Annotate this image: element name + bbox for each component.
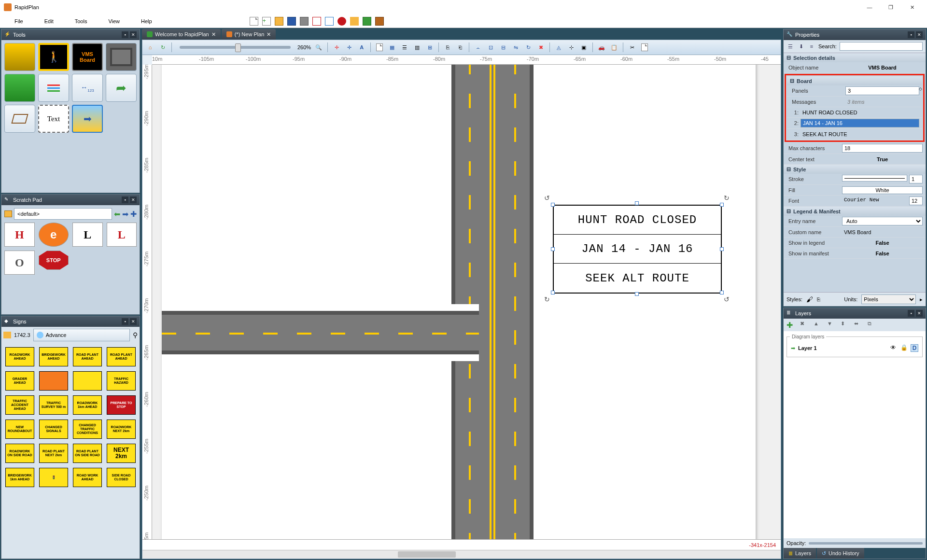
units-select[interactable]: Pixels (861, 294, 916, 304)
show-legend-value[interactable]: False (842, 240, 923, 246)
search-input[interactable] (840, 42, 923, 51)
sign-item[interactable]: ROAD PLANT AHEAD (73, 347, 102, 366)
new-icon[interactable] (250, 17, 258, 26)
vms-board-object[interactable]: HUNT ROAD CLOSED JAN 14 - JAN 16 SEEK AL… (553, 205, 722, 294)
scratch-add-button[interactable]: ✚ (130, 210, 137, 219)
panel-pin-button[interactable]: ▪ (122, 318, 128, 325)
sign-item[interactable]: 🚦 (39, 468, 68, 487)
sign-item[interactable]: NEXT 2km (107, 444, 136, 463)
layer-down-button[interactable]: ▼ (827, 321, 836, 329)
tool-dimension[interactable]: ↔123 (72, 74, 103, 102)
flip-button[interactable]: ⇋ (511, 42, 520, 52)
tab-newplan[interactable]: (*) New Plan✕ (222, 29, 276, 40)
stroke-preview[interactable] (842, 175, 907, 182)
group-button[interactable]: ⊡ (486, 42, 495, 52)
panel-close-button[interactable]: ✕ (130, 196, 137, 203)
selection-handle[interactable] (551, 247, 555, 251)
wizard-icon[interactable] (350, 17, 359, 26)
sign-item[interactable]: TRAFFIC HAZARD (107, 371, 136, 391)
sign-item[interactable]: BRIDGEWORK AHEAD (39, 347, 68, 366)
sign-item[interactable]: TRAFFIC ACCIDENT AHEAD (5, 395, 34, 415)
menu-help[interactable]: Help (130, 16, 163, 26)
tab-layers[interactable]: ≣Layers (784, 548, 816, 559)
tool-text[interactable]: Text (38, 105, 69, 133)
sign-item[interactable]: ROADWORK 1km AHEAD (73, 395, 102, 415)
canvas[interactable]: HUNT ROAD CLOSED JAN 14 - JAN 16 SEEK AL… (152, 65, 781, 539)
sign-item[interactable]: GRADER AHEAD (5, 371, 34, 391)
layer-merge-button[interactable]: ⬍ (841, 321, 849, 329)
small-cross-button[interactable]: ✛ (344, 42, 354, 52)
road-horizontal[interactable] (162, 311, 479, 354)
print-icon[interactable] (300, 17, 309, 26)
tool-shape[interactable] (4, 105, 35, 133)
menu-tools[interactable]: Tools (64, 16, 98, 26)
save-icon[interactable] (287, 17, 296, 26)
align-button[interactable]: ⫠ (473, 42, 483, 52)
zoom-fit-button[interactable]: 🔍 (314, 42, 323, 52)
message-3[interactable]: SEEK ALT ROUTE (801, 131, 919, 138)
sign-item[interactable]: BRIDGEWORK 1km AHEAD (5, 468, 34, 487)
rotate-handle-icon[interactable]: ↻ (544, 295, 550, 303)
minimize-button[interactable]: — (860, 4, 879, 11)
tool-pedestrian-sign[interactable] (38, 43, 69, 71)
menu-edit[interactable]: Edit (34, 16, 64, 26)
maximize-button[interactable]: ❐ (882, 4, 900, 11)
message-1[interactable]: HUNT ROAD CLOSED (801, 109, 919, 116)
panel-pin-button[interactable]: ▪ (122, 31, 128, 38)
style-copy-icon[interactable]: ⎘ (817, 296, 820, 302)
signs-search-button[interactable]: ⚲ (133, 331, 138, 339)
new-template-icon[interactable]: + (262, 17, 271, 26)
selection-handle[interactable] (635, 201, 639, 205)
tool-legend[interactable] (4, 74, 35, 102)
tool-arrow[interactable]: ➦ (106, 74, 137, 102)
tool-road-section[interactable] (106, 43, 137, 71)
panel-close-button[interactable]: ✕ (916, 31, 923, 38)
scratch-item[interactable]: O (4, 251, 35, 275)
panel-pin-button[interactable]: ▪ (908, 310, 914, 317)
sign-item[interactable]: ROAD WORK AHEAD (73, 468, 102, 487)
grid-button[interactable]: ▦ (387, 42, 397, 52)
selection-handle[interactable] (720, 247, 724, 251)
doc-button[interactable] (640, 42, 649, 52)
font-size-input[interactable] (909, 196, 923, 205)
tool-vms-board[interactable]: VMSBoard (72, 43, 103, 71)
tab-close-button[interactable]: ✕ (211, 31, 216, 38)
panels-input[interactable] (845, 86, 919, 95)
sign-item[interactable]: ROADWORK NEXT 2km (107, 420, 136, 439)
collapse-icon[interactable]: ⊟ (790, 78, 795, 84)
panel-close-button[interactable]: ✕ (916, 310, 923, 317)
cut-button[interactable]: ✂ (627, 42, 637, 52)
layer-dup-button[interactable]: ⧉ (868, 321, 876, 329)
tab-welcome[interactable]: Welcome to RapidPlan✕ (142, 29, 221, 40)
lock-icon[interactable]: 🔒 (900, 344, 908, 352)
fill-value[interactable]: White (842, 186, 923, 194)
horizontal-scrollbar[interactable] (142, 550, 781, 559)
sign-item[interactable] (39, 371, 68, 391)
prop-view3-icon[interactable]: ≡ (808, 42, 815, 50)
tool-image[interactable]: ➡ (72, 105, 103, 133)
car-button[interactable]: 🚗 (597, 42, 606, 52)
open-icon[interactable] (275, 17, 283, 26)
tool-road-curve[interactable] (4, 43, 35, 71)
panel-close-button[interactable]: ✕ (130, 31, 137, 38)
style-brush-icon[interactable]: 🖌 (806, 295, 813, 303)
visibility-icon[interactable]: 👁 (889, 344, 897, 352)
sign-item[interactable]: ROAD PLANT NEXT 2km (39, 444, 68, 463)
collapse-icon[interactable]: ⊟ (787, 208, 791, 214)
signs-library-combo[interactable]: Advance (33, 329, 130, 341)
stroke-width-input[interactable] (909, 175, 923, 183)
delete-icon[interactable] (337, 17, 346, 26)
scratch-item-stop[interactable]: STOP (39, 251, 69, 270)
export-image-icon[interactable] (325, 17, 334, 26)
layer-flatten-button[interactable]: ⬌ (854, 321, 863, 329)
refresh-button[interactable]: ↻ (158, 42, 168, 52)
tab-close-button[interactable]: ✕ (267, 31, 271, 38)
prop-view1-icon[interactable]: ☰ (787, 42, 794, 50)
rotate-handle-icon[interactable]: ↻ (724, 194, 730, 202)
export-pdf-icon[interactable] (312, 17, 321, 26)
prop-view2-icon[interactable]: ⬇ (797, 42, 805, 50)
menu-file[interactable]: File (4, 16, 34, 26)
center-text-value[interactable]: True (842, 156, 923, 162)
entry-name-select[interactable]: Auto (842, 217, 923, 225)
ungroup-button[interactable]: ⊟ (498, 42, 508, 52)
